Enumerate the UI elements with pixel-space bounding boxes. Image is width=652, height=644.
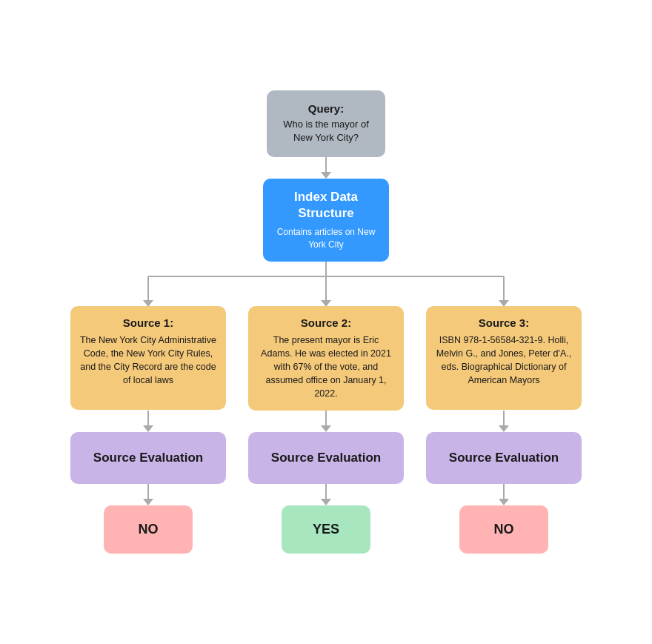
source3-title: Source 3: [479,316,529,329]
svg-marker-7 [499,300,509,306]
result3-box: NO [459,505,548,554]
index-column: Index Data Structure Contains articles o… [263,179,389,262]
query-title: Query: [308,102,344,115]
index-subtitle: Contains articles on New York City [275,226,377,251]
source1-col: Source 1: The New York City Administrati… [70,306,226,410]
query-column: Query: Who is the mayor of New York City… [267,90,385,179]
connectors-eval-row [30,411,622,432]
result3-label: NO [494,522,514,537]
source2-col: Source 2: The present mayor is Eric Adam… [248,306,404,411]
query-box: Query: Who is the mayor of New York City… [267,90,385,157]
source2-text: The present mayor is Eric Adams. He was … [257,333,395,401]
source1-text: The New York City Administrative Code, t… [79,333,217,388]
result1-label: NO [139,522,159,537]
source3-col: Source 3: ISBN 978-1-56584-321-9. Holli,… [426,306,582,410]
svg-marker-5 [143,300,153,306]
eval1-label: Source Evaluation [93,451,203,465]
diagram: Query: Who is the mayor of New York City… [0,76,652,568]
sources-row: Source 1: The New York City Administrati… [30,306,622,411]
connector-v-1 [325,157,327,172]
eval1-col: Source Evaluation [70,432,226,484]
result1-box: NO [104,505,193,554]
eval1-box: Source Evaluation [70,432,226,484]
results-row: NO YES NO [30,505,622,554]
source2-box: Source 2: The present mayor is Eric Adam… [248,306,404,411]
arrow-down-1 [321,172,331,179]
query-subtitle: Who is the mayor of New York City? [279,118,373,145]
eval3-col: Source Evaluation [426,432,582,484]
eval2-col: Source Evaluation [248,432,404,484]
source1-box: Source 1: The New York City Administrati… [70,306,226,410]
source3-box: Source 3: ISBN 978-1-56584-321-9. Holli,… [426,306,582,410]
index-box: Index Data Structure Contains articles o… [263,179,389,262]
eval2-label: Source Evaluation [271,451,381,465]
index-title: Index Data Structure [275,189,377,222]
source3-text: ISBN 978-1-56584-321-9. Holli, Melvin G.… [435,333,573,388]
eval3-label: Source Evaluation [449,451,559,465]
branch-connector [70,262,582,306]
connectors-result-row [30,484,622,505]
svg-marker-6 [321,300,331,306]
result2-label: YES [313,522,339,537]
eval3-box: Source Evaluation [426,432,582,484]
source2-title: Source 2: [301,316,351,329]
result2-box: YES [282,505,370,554]
source1-title: Source 1: [123,316,173,329]
eval-row: Source Evaluation Source Evaluation Sour… [30,432,622,484]
eval2-box: Source Evaluation [248,432,404,484]
